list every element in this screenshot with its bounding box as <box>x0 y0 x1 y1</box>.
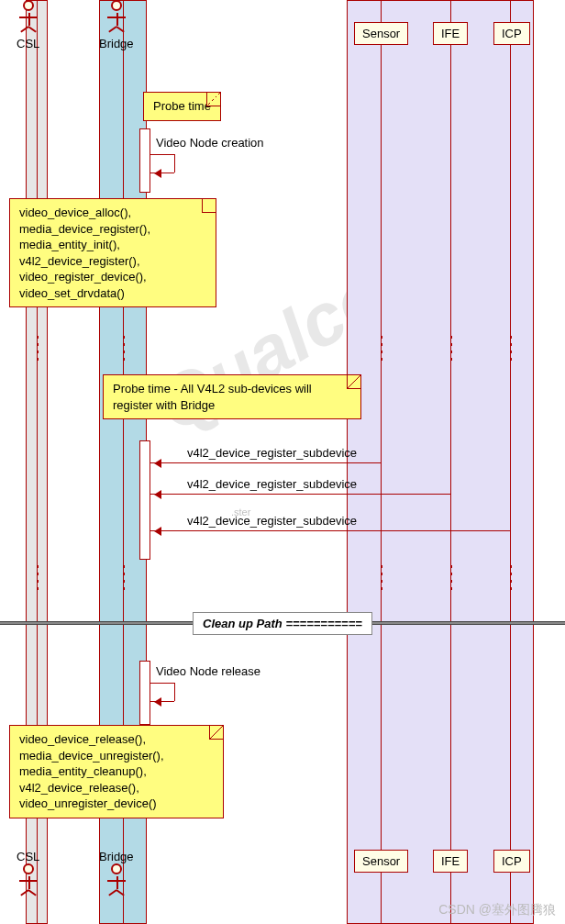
note-line: Probe time - All V4L2 sub-devices will <box>113 381 351 397</box>
bridge-inner-activation-3 <box>139 661 150 725</box>
arrow-sensor-to-bridge <box>150 462 381 463</box>
divider-line <box>0 621 193 625</box>
participant-ife-bottom: IFE <box>433 850 468 873</box>
actor-bridge-top: Bridge <box>99 0 134 50</box>
icp-lifeline <box>510 0 511 924</box>
self-arrow-side-1 <box>174 154 175 173</box>
note-probe-time: Probe time <box>143 92 221 121</box>
stick-figure-icon <box>105 0 127 37</box>
note-probe-time-text: Probe time <box>153 99 211 113</box>
note-release-calls: video_device_release(), media_device_unr… <box>9 725 224 818</box>
dots-icon <box>381 565 382 593</box>
participant-ife-top: IFE <box>433 22 468 45</box>
dots-icon <box>123 565 125 593</box>
participant-icp-top: ICP <box>493 22 530 45</box>
self-arrow-back-2 <box>150 701 174 702</box>
dots-icon <box>510 565 512 593</box>
actor-csl-label: CSL <box>17 37 39 50</box>
divider-cleanup: Clean up Path =========== <box>0 609 565 637</box>
dots-icon <box>510 336 512 363</box>
dots-icon <box>381 336 382 363</box>
credit-text: CSDN @塞外图腾狼 <box>438 902 556 918</box>
actor-bridge-label: Bridge <box>99 850 134 863</box>
call-line: media_device_unregister(), <box>19 748 214 764</box>
dots-icon <box>450 565 452 593</box>
call-line: v4l2_device_release(), <box>19 780 214 796</box>
participant-sensor-bottom: Sensor <box>354 850 408 873</box>
dots-icon <box>123 336 125 363</box>
ife-lifeline <box>450 0 451 924</box>
actor-csl-bottom: CSL <box>17 850 39 900</box>
call-line: video_unregister_device() <box>19 796 214 812</box>
msg-reg-subdev-ife: v4l2_device_register_subdevice <box>183 477 360 491</box>
arrow-icp-to-bridge <box>150 530 510 531</box>
arrow-ife-to-bridge <box>150 494 450 495</box>
participant-icp-bottom: ICP <box>493 850 530 873</box>
dots-icon <box>37 336 39 363</box>
stick-figure-icon <box>17 863 39 900</box>
call-line: video_device_alloc(), <box>19 205 206 221</box>
self-arrow-out-1 <box>150 154 174 155</box>
participant-sensor-top: Sensor <box>354 22 408 45</box>
divider-line <box>372 621 565 625</box>
sensor-lifeline <box>381 0 382 924</box>
actor-bridge-bottom: Bridge <box>99 850 134 900</box>
call-line: media_device_register(), <box>19 221 206 238</box>
actor-csl-top: CSL <box>17 0 39 50</box>
actor-csl-label: CSL <box>17 850 39 863</box>
stick-figure-icon <box>17 0 39 37</box>
actor-bridge-label: Bridge <box>99 37 134 50</box>
self-arrow-side-2 <box>174 683 175 701</box>
call-line: video_device_release(), <box>19 731 214 748</box>
call-line: v4l2_device_register(), <box>19 253 206 270</box>
msg-video-node-creation: Video Node creation <box>152 136 268 150</box>
msg-video-node-release: Video Node release <box>152 664 264 678</box>
call-line: video_set_drvdata() <box>19 285 206 302</box>
note-line: register with Bridge <box>113 397 351 414</box>
note-creation-calls: video_device_alloc(), media_device_regis… <box>9 198 216 307</box>
call-line: media_entity_init(), <box>19 237 206 253</box>
self-arrow-back-1 <box>150 173 174 173</box>
msg-reg-subdev-sensor: v4l2_device_register_subdevice <box>183 446 360 460</box>
divider-label: Clean up Path =========== <box>193 612 372 635</box>
dots-icon <box>450 336 452 363</box>
msg-reg-subdev-icp: v4l2_device_register_subdevice <box>183 514 360 528</box>
bridge-inner-activation-1 <box>139 128 150 193</box>
note-subdev-register: Probe time - All V4L2 sub-devices will r… <box>103 374 361 419</box>
self-arrow-out-2 <box>150 683 174 684</box>
call-line: video_register_device(), <box>19 269 206 285</box>
sequence-diagram: Qualcomm 20:00 PDT CSL Bridge Sensor IFE… <box>0 0 565 924</box>
dots-icon <box>37 565 39 593</box>
stick-figure-icon <box>105 863 127 900</box>
call-line: media_entity_cleanup(), <box>19 763 214 780</box>
